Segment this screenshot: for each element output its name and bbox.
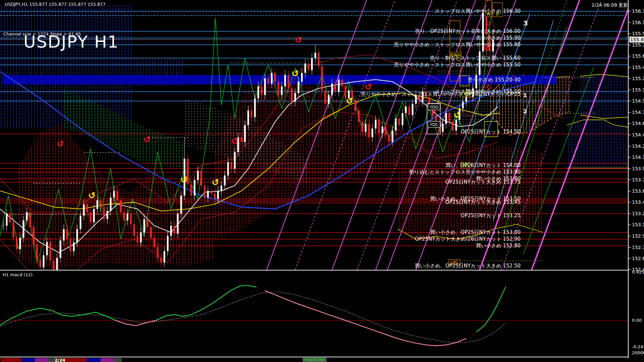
price-axis-label: 155.795: [632, 42, 644, 48]
candlestick: [248, 110, 249, 125]
candlestick: [294, 93, 296, 102]
candlestick: [110, 197, 112, 211]
candlestick: [103, 207, 105, 219]
candlestick: [405, 106, 407, 113]
reversal-arrow-icon: ↺: [453, 110, 461, 120]
reversal-arrow-icon: ↺: [365, 82, 372, 92]
candlestick: [409, 106, 410, 115]
candlestick: [335, 83, 336, 92]
candlestick: [6, 214, 8, 226]
order-level-annotation: 割り込むとストップロス売りやや小さめ 153.90: [409, 169, 521, 175]
price-axis-label: 156.130: [632, 20, 644, 25]
candlestick: [462, 102, 464, 108]
candlestick: [392, 130, 393, 142]
candlestick: [288, 75, 289, 88]
candlestick: [224, 175, 226, 185]
update-timestamp: 2/24 06:09 更新: [591, 2, 628, 8]
price-chart-canvas[interactable]: ↺↺↺↺↺↺↺↺↺↺↺↺EWHYBHYDOYDCYDLLWLWD312ストップロ…: [0, 0, 644, 362]
price-axis-label: 154.790: [632, 110, 644, 115]
candlestick: [191, 184, 192, 195]
order-level-annotation: OP25日NYカット大きめ 153.45: [445, 199, 521, 205]
candlestick: [80, 216, 82, 229]
timeline-segment: [1, 358, 22, 362]
price-axis-label: 153.615: [632, 188, 644, 194]
reversal-arrow-icon: ↺: [212, 177, 219, 187]
candlestick: [308, 63, 310, 70]
order-level-annotation: OP25日NYカット大きめ 153.75: [445, 179, 521, 185]
candlestick: [261, 86, 263, 95]
candlestick: [321, 66, 323, 90]
candlestick: [93, 209, 95, 222]
macd-pane[interactable]: [0, 286, 628, 346]
price-axis-label: 154.455: [632, 132, 644, 137]
candlestick: [174, 226, 175, 234]
candlestick: [301, 73, 303, 81]
candlestick: [137, 236, 139, 242]
candlestick: [60, 240, 61, 258]
candlestick: [97, 200, 98, 209]
candlestick: [73, 242, 75, 251]
price-axis-label: 152.945: [632, 233, 644, 239]
candlestick: [16, 238, 18, 249]
candlestick: [170, 226, 172, 236]
candlestick: [46, 242, 48, 255]
order-level-annotation: 買い、OP26日NYカット 154.00: [445, 162, 521, 168]
macd-main-line: [0, 308, 116, 325]
macd-main-line: [265, 291, 466, 346]
macd-toggle-button[interactable]: macd ON!: [303, 358, 327, 362]
candlestick: [221, 185, 222, 191]
candlestick: [375, 120, 377, 128]
candlestick: [127, 214, 128, 220]
candlestick: [445, 113, 447, 124]
candlestick: [402, 113, 404, 125]
candlestick: [281, 86, 283, 95]
macd-axis-label: 0.425: [632, 269, 644, 275]
candlestick: [43, 255, 45, 267]
price-axis-label: 155.295: [632, 76, 644, 81]
price-axis-label: 155.460: [632, 65, 644, 70]
candlestick: [388, 135, 390, 142]
candlestick: [284, 75, 286, 86]
candlestick: [452, 122, 454, 130]
candlestick: [231, 162, 232, 169]
candlestick: [76, 229, 78, 242]
reversal-arrow-icon: ↺: [346, 96, 353, 106]
macd-axis-label: -0.247: [632, 344, 644, 349]
price-axis-label: 154.625: [632, 121, 644, 126]
price-axis-label: 153.785: [632, 177, 644, 182]
candlestick: [100, 200, 102, 207]
candlestick: [33, 227, 35, 244]
candlestick: [107, 211, 108, 219]
candlestick: [214, 193, 216, 199]
candlestick: [264, 78, 266, 95]
candlestick: [144, 219, 145, 232]
candlestick: [318, 53, 320, 66]
macd-indicator-title: H1 macd (12): [3, 272, 33, 277]
candlestick: [207, 191, 209, 197]
candlestick: [254, 98, 256, 117]
candlestick: [133, 224, 135, 236]
candlestick: [117, 191, 118, 200]
candlestick: [341, 79, 343, 86]
candlestick: [150, 227, 152, 238]
candlestick: [251, 110, 253, 117]
candlestick: [83, 204, 85, 216]
candlestick: [365, 124, 367, 132]
order-level-annotation: OP25日NYカット 154.50: [461, 129, 521, 135]
macd-axis-label: 0.00: [632, 318, 642, 323]
candlestick: [3, 226, 4, 226]
reversal-arrow-icon: ↺: [143, 134, 151, 144]
macd-main-line: [116, 320, 156, 326]
candlestick: [154, 238, 155, 247]
sell-zone-label: 売り小さめ 155.20-30: [468, 77, 521, 83]
candlestick: [338, 79, 340, 92]
reversal-arrow-icon: ↺: [295, 35, 302, 45]
candlestick: [331, 83, 333, 95]
timeline-segment: [87, 358, 101, 362]
reversal-arrow-icon: ↺: [291, 68, 299, 78]
reversal-arrow-icon: ↺: [88, 190, 96, 200]
order-level-annotation: 買い小さめ、OP25日NYカット大きめ 152.50: [415, 263, 521, 269]
price-axis-label: 154.960: [632, 98, 644, 104]
order-level-annotation: 売りやや小さめ・ストップロス買いやや小さ OP24日NYカット/OP25: [361, 91, 521, 97]
candlestick: [442, 124, 444, 132]
